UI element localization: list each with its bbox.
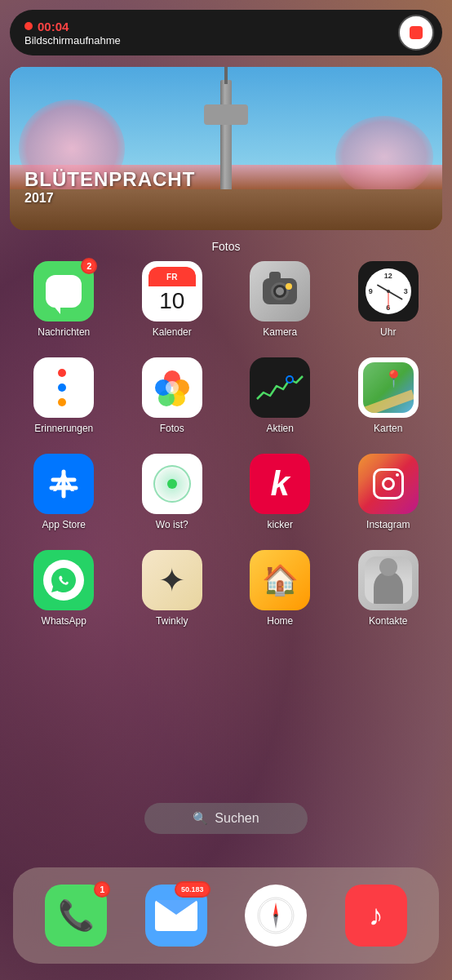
kontakte-icon (358, 550, 419, 610)
dock-mail[interactable]: 50.183 (145, 885, 207, 947)
clock-second-hand (388, 291, 388, 309)
nachrichten-badge: 2 (81, 258, 97, 274)
mail-badge: 50.183 (175, 881, 210, 898)
reminder-line-1 (58, 369, 70, 377)
reminder-line-3 (58, 398, 70, 406)
app-woists[interactable]: Wo ist? (127, 454, 217, 530)
mail-icon: 50.183 (145, 885, 207, 947)
whatsapp-svg (49, 565, 78, 595)
karten-icon: 📍 (358, 357, 419, 418)
twinkly-icon: ✦ (142, 550, 202, 610)
clock-face: 12 3 6 9 (366, 268, 411, 314)
app-grid: 2 Nachrichten FR 10 Kalender (10, 261, 442, 646)
safari-compass (252, 892, 299, 939)
erinnerungen-icon (33, 357, 94, 418)
twinkly-star: ✦ (158, 561, 186, 599)
contacts-avatar (374, 571, 403, 604)
camera-body (263, 278, 297, 304)
app-row-4: WhatsApp ✦ Twinkly 🏠 Home (10, 550, 442, 627)
search-bar[interactable]: 🔍 Suchen (144, 803, 308, 834)
home-house: 🏠 (262, 563, 299, 597)
nachrichten-icon: 2 (33, 261, 94, 321)
reminder-lines (53, 364, 75, 411)
nachrichten-bubble (46, 275, 82, 308)
reminder-dot-orange (58, 398, 66, 406)
mail-envelope (155, 900, 197, 931)
reminder-dot-red (58, 369, 66, 377)
phone-icon-inner: 📞 (58, 898, 95, 933)
photos-widget[interactable]: BLÜTENPRACHT 2017 (10, 67, 442, 230)
kalender-icon: FR 10 (142, 261, 202, 321)
search-label: Suchen (215, 811, 259, 826)
twinkly-label: Twinkly (156, 615, 188, 627)
aktien-label: Aktien (267, 423, 294, 434)
app-row-3: App Store Wo ist? k kicker (10, 454, 442, 530)
app-twinkly[interactable]: ✦ Twinkly (127, 550, 217, 627)
phone-icon: 📞 1 (45, 885, 107, 947)
app-kalender[interactable]: FR 10 Kalender (127, 261, 217, 338)
widget-tower (220, 80, 232, 202)
reminder-line-2 (58, 384, 70, 392)
app-appstore[interactable]: App Store (19, 454, 109, 530)
app-row-2: Erinnerungen Fotos (10, 357, 442, 434)
woists-inner (148, 460, 196, 508)
app-kamera[interactable]: Kamera (235, 261, 325, 338)
whatsapp-icon (33, 550, 94, 610)
app-nachrichten[interactable]: 2 Nachrichten (19, 261, 109, 338)
dock-music[interactable]: ♪ (345, 885, 407, 947)
camera-flash (286, 283, 292, 290)
widget-title: BLÜTENPRACHT (24, 168, 195, 191)
home-label: Home (267, 615, 293, 627)
aktien-icon (250, 357, 310, 418)
app-instagram[interactable]: Instagram (343, 454, 433, 530)
whatsapp-label: WhatsApp (42, 615, 86, 627)
clock-3: 3 (404, 287, 408, 295)
dock-safari[interactable] (245, 885, 307, 947)
insta-cam (373, 468, 404, 499)
clock-center-dot (387, 290, 390, 293)
kicker-label: kicker (268, 519, 293, 530)
camera-lens-inner (276, 287, 284, 295)
app-whatsapp[interactable]: WhatsApp (19, 550, 109, 627)
app-kicker[interactable]: k kicker (235, 454, 325, 530)
maps-inner: 📍 (363, 362, 414, 413)
dock: 📞 1 50.183 (13, 867, 439, 964)
whatsapp-bubble (43, 560, 84, 601)
dock-phone[interactable]: 📞 1 (45, 885, 107, 947)
recording-dot (24, 22, 33, 30)
widget-tree-right (335, 116, 433, 197)
fotos-label: Fotos (160, 423, 184, 434)
app-uhr[interactable]: 12 3 6 9 Uhr (343, 261, 433, 338)
insta-dot (396, 473, 399, 477)
music-icon: ♪ (345, 885, 407, 947)
karten-label: Karten (374, 423, 402, 434)
widget-year: 2017 (24, 191, 195, 206)
instagram-icon (358, 454, 419, 514)
stop-recording-button[interactable] (398, 15, 434, 51)
app-aktien[interactable]: Aktien (235, 357, 325, 434)
search-icon: 🔍 (193, 811, 208, 826)
app-home[interactable]: 🏠 Home (235, 550, 325, 627)
kamera-icon (250, 261, 310, 321)
app-karten[interactable]: 📍 Karten (343, 357, 433, 434)
mail-flap (155, 900, 197, 915)
kontakte-label: Kontakte (369, 615, 407, 627)
clock-12: 12 (384, 272, 392, 280)
appstore-label: App Store (42, 519, 86, 530)
appstore-svg (45, 465, 82, 503)
app-kontakte[interactable]: Kontakte (343, 550, 433, 627)
uhr-icon: 12 3 6 9 (358, 261, 419, 321)
music-note: ♪ (369, 898, 383, 933)
maps-pin: 📍 (383, 369, 404, 388)
app-fotos[interactable]: Fotos (127, 357, 217, 434)
clock-9: 9 (369, 287, 373, 295)
svg-point-5 (166, 381, 179, 394)
nachrichten-label: Nachrichten (38, 326, 90, 338)
maps-road (364, 390, 414, 413)
kicker-icon: k (250, 454, 310, 514)
app-erinnerungen[interactable]: Erinnerungen (19, 357, 109, 434)
safari-icon (245, 885, 307, 947)
aktien-svg (255, 370, 304, 406)
instagram-label: Instagram (366, 519, 410, 530)
home-icon: 🏠 (250, 550, 310, 610)
